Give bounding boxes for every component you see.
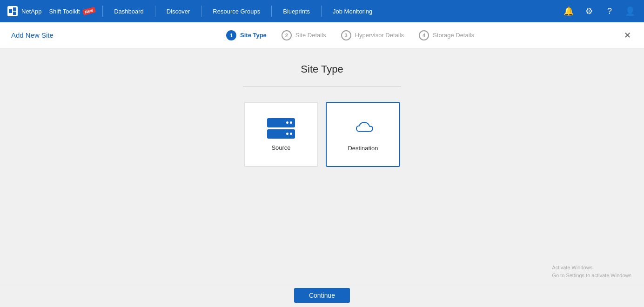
destination-card[interactable]: Destination xyxy=(326,102,400,167)
source-label: Source xyxy=(271,144,290,151)
source-card[interactable]: Source xyxy=(244,102,318,167)
step-3[interactable]: 3 Hypervisor Details xyxy=(341,30,404,40)
step-1-label: Site Type xyxy=(240,32,267,39)
nav-divider-2 xyxy=(155,6,155,17)
nav-divider-1 xyxy=(102,6,103,17)
nav-divider-4 xyxy=(271,6,272,17)
nav-discover[interactable]: Discover xyxy=(163,8,194,15)
nav-divider-3 xyxy=(201,6,201,17)
svg-rect-1 xyxy=(9,9,12,13)
footer: Continue xyxy=(0,283,644,307)
server-dot-3 xyxy=(286,133,288,135)
server-icon xyxy=(267,118,295,139)
step-4[interactable]: 4 Storage Details xyxy=(419,30,474,40)
help-icon[interactable]: ? xyxy=(603,5,616,18)
notification-icon[interactable]: 🔔 xyxy=(562,5,575,18)
settings-icon[interactable]: ⚙ xyxy=(583,5,596,18)
nav-job-monitoring[interactable]: Job Monitoring xyxy=(329,8,376,15)
svg-rect-3 xyxy=(13,12,16,15)
step-1[interactable]: 1 Site Type xyxy=(226,30,267,40)
title-divider xyxy=(243,87,401,87)
step-3-label: Hypervisor Details xyxy=(355,32,404,39)
step-3-circle: 3 xyxy=(341,30,351,40)
app-logo[interactable]: NetApp xyxy=(7,6,41,16)
netapp-logo-icon xyxy=(7,6,18,16)
step-4-label: Storage Details xyxy=(433,32,474,39)
subheader: Add New Site 1 Site Type 2 Site Details … xyxy=(0,22,644,48)
step-1-circle: 1 xyxy=(226,30,236,40)
step-2[interactable]: 2 Site Details xyxy=(282,30,326,40)
shift-toolkit-label: Shift Toolkit xyxy=(49,8,80,15)
site-type-cards: Source Destination xyxy=(244,102,400,167)
server-block-bottom xyxy=(267,129,295,139)
svg-rect-2 xyxy=(13,7,16,11)
netapp-text: NetApp xyxy=(21,8,41,15)
nav-blueprints[interactable]: Blueprints xyxy=(279,8,314,15)
server-dot-2 xyxy=(290,121,292,124)
main-content: Site Type Source Des xyxy=(0,48,644,283)
destination-label: Destination xyxy=(348,145,378,152)
new-badge: New xyxy=(82,7,96,15)
continue-button[interactable]: Continue xyxy=(294,288,350,303)
user-icon[interactable]: 👤 xyxy=(624,5,637,18)
top-navigation: NetApp Shift Toolkit New Dashboard Disco… xyxy=(0,0,644,22)
close-button[interactable]: ✕ xyxy=(622,28,633,42)
server-block-top xyxy=(267,118,295,127)
nav-divider-5 xyxy=(321,6,322,17)
wizard-steps: 1 Site Type 2 Site Details 3 Hypervisor … xyxy=(86,30,615,40)
site-type-title: Site Type xyxy=(301,63,343,75)
cloud-icon xyxy=(350,118,376,139)
step-2-circle: 2 xyxy=(282,30,292,40)
step-2-label: Site Details xyxy=(295,32,326,39)
nav-resource-groups[interactable]: Resource Groups xyxy=(209,8,264,15)
page-title: Add New Site xyxy=(11,31,86,39)
server-dot-4 xyxy=(290,133,292,135)
step-4-circle: 4 xyxy=(419,30,429,40)
toolkit-badge: Shift Toolkit New xyxy=(49,8,95,15)
nav-icons: 🔔 ⚙ ? 👤 xyxy=(562,5,637,18)
server-dot-1 xyxy=(286,121,288,124)
nav-dashboard[interactable]: Dashboard xyxy=(110,8,148,15)
